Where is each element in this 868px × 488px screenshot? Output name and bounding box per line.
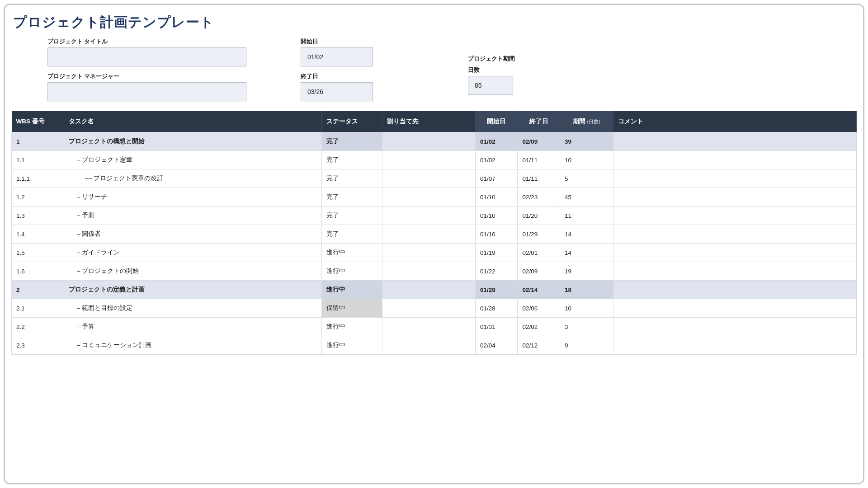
cell-duration: 5 <box>560 169 613 188</box>
cell-assignee <box>382 336 476 355</box>
cell-status: 完了 <box>321 132 382 151</box>
cell-start: 01/19 <box>476 244 518 262</box>
cell-end: 01/29 <box>518 225 560 244</box>
table-row: 1.3予測完了01/1001/2011 <box>12 206 857 225</box>
cell-end: 02/02 <box>518 318 560 336</box>
cell-task: プロジェクトの定義と計画 <box>64 281 321 299</box>
cell-task: コミュニケーション計画 <box>64 336 321 355</box>
cell-wbs: 1.1.1 <box>12 169 64 188</box>
cell-task: 範囲と目標の設定 <box>64 299 321 318</box>
cell-assignee <box>382 262 476 281</box>
cell-start: 01/16 <box>476 225 518 244</box>
duration-header: プロジェクト期間 <box>468 55 585 63</box>
cell-task: プロジェクト憲章の改訂 <box>64 169 321 188</box>
cell-wbs: 1.1 <box>12 151 64 169</box>
cell-duration: 45 <box>560 188 613 206</box>
cell-comment <box>613 188 856 206</box>
cell-start: 02/04 <box>476 336 518 355</box>
start-date-label: 開始日 <box>301 38 418 46</box>
cell-end: 02/09 <box>518 262 560 281</box>
meta-col-dates: 開始日 01/02 終了日 03/26 <box>301 38 418 101</box>
cell-end: 02/01 <box>518 244 560 262</box>
duration-value: 85 <box>468 76 513 95</box>
cell-start: 01/22 <box>476 262 518 281</box>
cell-assignee <box>382 151 476 169</box>
cell-status: 進行中 <box>321 318 382 336</box>
wbs-table: WBS 番号 タスク名 ステータス 割り当て先 開始日 終了日 期間 (日数) … <box>11 111 857 355</box>
cell-assignee <box>382 188 476 206</box>
end-date-label: 終了日 <box>301 73 418 80</box>
project-title-input[interactable] <box>47 47 246 66</box>
cell-comment <box>613 206 856 225</box>
cell-wbs: 1.6 <box>12 262 64 281</box>
cell-duration: 19 <box>560 262 613 281</box>
cell-duration: 10 <box>560 299 613 318</box>
cell-status: 進行中 <box>321 336 382 355</box>
project-meta: プロジェクト タイトル プロジェクト マネージャー 開始日 01/02 終了日 … <box>47 38 857 101</box>
duration-label: 日数 <box>468 66 585 74</box>
cell-end: 02/23 <box>518 188 560 206</box>
table-row: 2.2予算進行中01/3102/023 <box>12 318 857 336</box>
col-comment: コメント <box>613 111 856 132</box>
cell-task: 関係者 <box>64 225 321 244</box>
col-status: ステータス <box>321 111 382 132</box>
cell-wbs: 2.1 <box>12 299 64 318</box>
cell-end: 02/09 <box>518 132 560 151</box>
meta-col-left: プロジェクト タイトル プロジェクト マネージャー <box>47 38 251 101</box>
table-row: 2.1範囲と目標の設定保留中01/2802/0610 <box>12 299 857 318</box>
cell-start: 01/02 <box>476 132 518 151</box>
cell-end: 01/20 <box>518 206 560 225</box>
cell-wbs: 2.3 <box>12 336 64 355</box>
cell-status: 進行中 <box>321 262 382 281</box>
cell-start: 01/28 <box>476 299 518 318</box>
table-row: 2.3コミュニケーション計画進行中02/0402/129 <box>12 336 857 355</box>
col-start: 開始日 <box>476 111 518 132</box>
cell-assignee <box>382 169 476 188</box>
page-title: プロジェクト計画テンプレート <box>13 13 857 32</box>
cell-duration: 18 <box>560 281 613 299</box>
cell-status: 完了 <box>321 188 382 206</box>
cell-task: 予算 <box>64 318 321 336</box>
cell-wbs: 2 <box>12 281 64 299</box>
cell-start: 01/10 <box>476 206 518 225</box>
cell-status: 保留中 <box>321 299 382 318</box>
table-row: 1.4関係者完了01/1601/2914 <box>12 225 857 244</box>
cell-duration: 3 <box>560 318 613 336</box>
cell-wbs: 1.2 <box>12 188 64 206</box>
project-manager-input[interactable] <box>47 82 246 101</box>
cell-task: プロジェクトの構想と開始 <box>64 132 321 151</box>
cell-comment <box>613 262 856 281</box>
cell-assignee <box>382 299 476 318</box>
wbs-table-head: WBS 番号 タスク名 ステータス 割り当て先 開始日 終了日 期間 (日数) … <box>12 111 857 132</box>
cell-wbs: 1.4 <box>12 225 64 244</box>
col-task: タスク名 <box>64 111 321 132</box>
table-row: 1.1.1プロジェクト憲章の改訂完了01/0701/115 <box>12 169 857 188</box>
cell-assignee <box>382 225 476 244</box>
cell-assignee <box>382 132 476 151</box>
cell-wbs: 1 <box>12 132 64 151</box>
cell-start: 01/07 <box>476 169 518 188</box>
cell-assignee <box>382 244 476 262</box>
table-row: 1.5ガイドライン進行中01/1902/0114 <box>12 244 857 262</box>
cell-wbs: 1.5 <box>12 244 64 262</box>
cell-assignee <box>382 206 476 225</box>
cell-duration: 14 <box>560 225 613 244</box>
table-row: 1.1プロジェクト憲章完了01/0201/1110 <box>12 151 857 169</box>
cell-start: 01/31 <box>476 318 518 336</box>
table-row: 1.2リサーチ完了01/1002/2345 <box>12 188 857 206</box>
col-assignee: 割り当て先 <box>382 111 476 132</box>
project-manager-label: プロジェクト マネージャー <box>47 73 251 80</box>
cell-end: 02/14 <box>518 281 560 299</box>
cell-start: 01/10 <box>476 188 518 206</box>
cell-comment <box>613 281 856 299</box>
col-duration: 期間 (日数) <box>560 111 613 132</box>
cell-duration: 10 <box>560 151 613 169</box>
cell-task: プロジェクトの開始 <box>64 262 321 281</box>
cell-wbs: 2.2 <box>12 318 64 336</box>
cell-duration: 11 <box>560 206 613 225</box>
cell-wbs: 1.3 <box>12 206 64 225</box>
end-date-input[interactable]: 03/26 <box>301 82 373 101</box>
cell-comment <box>613 336 856 355</box>
start-date-input[interactable]: 01/02 <box>301 47 373 66</box>
cell-end: 01/11 <box>518 169 560 188</box>
